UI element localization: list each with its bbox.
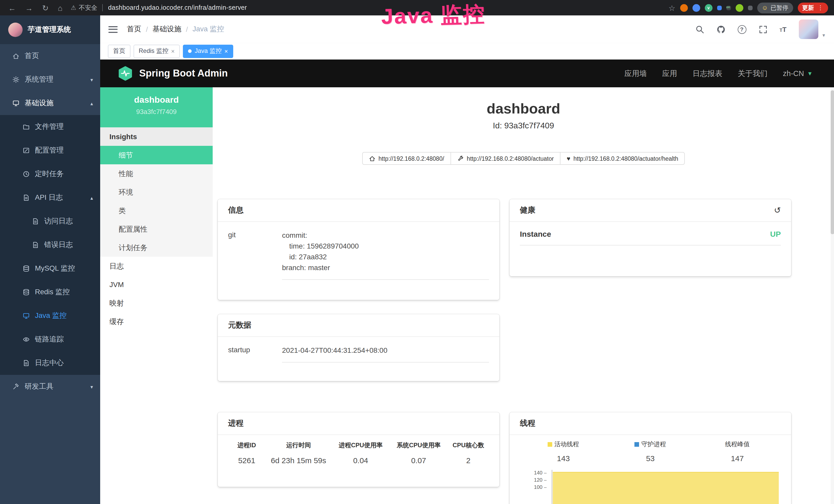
tab-label: Java 监控 (195, 47, 222, 55)
tab-home[interactable]: 首页 (108, 44, 130, 58)
health-instance-label: Instance (520, 230, 551, 238)
instance-id-line: Id: 93a3fc7f7409 (213, 121, 834, 131)
sidebar-item-access-log[interactable]: 访问日志 (0, 209, 100, 233)
search-icon[interactable] (695, 25, 704, 33)
avatar-caret-icon[interactable]: ▾ (822, 32, 825, 39)
metadata-key: startup (228, 345, 282, 363)
forward-icon[interactable]: → (25, 4, 33, 12)
sba-item-mappings[interactable]: 映射 (100, 294, 213, 312)
help-icon[interactable]: ? (738, 25, 746, 33)
close-icon[interactable]: × (224, 47, 228, 55)
fullscreen-icon[interactable] (759, 25, 767, 33)
breadcrumb-infra[interactable]: 基础设施 (153, 25, 181, 34)
history-icon[interactable]: ↺ (774, 205, 781, 215)
vue-devtools-icon[interactable]: v (705, 4, 712, 12)
sba-brand[interactable]: Spring Boot Admin (100, 66, 228, 81)
update-button[interactable]: 更新 ⋮ (797, 2, 828, 13)
health-card-header: 健康 ↺ (510, 199, 791, 222)
info-card-body: git commit: time: 1596289704000 id: 27aa… (218, 222, 499, 288)
sidebar-item-files[interactable]: 文件管理 (0, 115, 100, 139)
annotation-text: Java 监控 (381, 0, 486, 31)
extension-icon[interactable] (717, 5, 722, 10)
link-url: http://192.168.0.2:48080/ (379, 155, 444, 161)
legend-label: 活动线程 (554, 440, 579, 449)
screen: ← → ↻ ⌂ ⚠ 不安全 dashboard.yudao.iocoder.cn… (0, 0, 834, 504)
sidebar-item-infra[interactable]: 基础设施 ▴ (0, 91, 100, 115)
sba-item-loggers[interactable]: 日志 (100, 257, 213, 275)
service-url-link[interactable]: http://192.168.0.2:48080/ (362, 152, 451, 165)
sba-nav-wallboard[interactable]: 应用墙 (624, 69, 647, 78)
sba-item-metrics[interactable]: 性能 (100, 164, 213, 183)
sidebar-item-scheduled-jobs[interactable]: 定时任务 (0, 162, 100, 186)
scrollbar-thumb[interactable] (831, 90, 834, 234)
sidebar-item-config[interactable]: 配置管理 (0, 139, 100, 162)
security-label: 不安全 (79, 3, 97, 12)
sidebar-item-api-log[interactable]: API 日志 ▴ (0, 186, 100, 209)
sba-item-details[interactable]: 细节 (100, 146, 213, 164)
extension-on-icon[interactable]: on (726, 5, 731, 10)
sidebar-item-redis-monitor[interactable]: Redis 监控 (0, 280, 100, 304)
browser-menu-icon[interactable]: ⋮ (817, 4, 824, 11)
sba-item-config-props[interactable]: 配置属性 (100, 220, 213, 238)
sidebar-item-mysql-monitor[interactable]: MySQL 监控 (0, 257, 100, 280)
close-icon[interactable]: × (171, 47, 175, 55)
sba-item-caches[interactable]: 缓存 (100, 312, 213, 331)
url-text[interactable]: dashboard.yudao.iocoder.cn/infra/admin-s… (108, 4, 247, 11)
process-col: 进程CPU使用率 0.04 (332, 441, 390, 465)
extension-icon[interactable] (736, 4, 743, 12)
process-col: 系统CPU使用率 0.07 (390, 441, 448, 465)
col-header: 系统CPU使用率 (390, 441, 448, 450)
bookmark-star-icon[interactable]: ☆ (668, 4, 676, 12)
profile-emoji-icon: ☺ (762, 4, 768, 11)
app-logo[interactable]: 芋道管理系统 (0, 16, 100, 44)
tab-java-monitor[interactable]: Java 监控 × (183, 44, 233, 58)
sidebar-item-java-monitor[interactable]: Java 监控 (0, 304, 100, 328)
sidebar-item-label: Java 监控 (35, 311, 67, 320)
tags-view-bar: 首页 Redis 监控 × Java 监控 × (100, 43, 834, 60)
puzzle-icon[interactable] (748, 5, 752, 10)
sba-item-environment[interactable]: 环境 (100, 183, 213, 201)
breadcrumb-separator: / (146, 25, 148, 33)
instance-links: http://192.168.0.2:48080/ http://192.168… (213, 152, 834, 165)
github-icon[interactable] (716, 25, 725, 33)
col-header: CPU核心数 (448, 441, 489, 450)
sba-item-jvm[interactable]: JVM (100, 275, 213, 294)
legend-value: 143 (520, 454, 607, 463)
browser-toolbar-right: ☆ v on ☺ 已暂停 更新 ⋮ (668, 2, 834, 13)
browser-home-icon[interactable]: ⌂ (58, 4, 62, 12)
sidebar-item-tracing[interactable]: 链路追踪 (0, 328, 100, 351)
sba-nav-applications[interactable]: 应用 (662, 69, 677, 78)
scrollbar-track[interactable] (831, 87, 834, 504)
actuator-url-link[interactable]: http://192.168.0.2:48080/actuator (450, 152, 561, 165)
user-avatar[interactable] (799, 20, 818, 39)
tab-redis-monitor[interactable]: Redis 监控 × (134, 44, 180, 58)
menu-fold-icon[interactable] (108, 24, 118, 35)
health-url-link[interactable]: ♥ http://192.168.0.2:48080/actuator/heal… (560, 152, 685, 165)
extension-icon[interactable] (692, 4, 700, 12)
sidebar-item-system[interactable]: 系统管理 ▾ (0, 68, 100, 91)
process-card: 进程 进程ID 5261 运行时间 6d 23h 15m 59s 进程C (218, 412, 499, 487)
extension-icon[interactable] (680, 4, 687, 12)
reload-icon[interactable]: ↻ (42, 4, 48, 12)
instance-header[interactable]: dashboard 93a3fc7f7409 (100, 87, 213, 127)
threads-legend: 活动线程 143 守护进程 53 (520, 440, 781, 463)
sidebar-item-home[interactable]: 首页 (0, 44, 100, 68)
sba-locale-select[interactable]: zh-CN ▼ (783, 69, 813, 77)
sba-nav-journal[interactable]: 日志报表 (693, 69, 722, 78)
health-row[interactable]: Instance UP (520, 222, 781, 246)
sba-item-beans[interactable]: 类 (100, 201, 213, 220)
sidebar-item-label: 链路追踪 (35, 335, 64, 344)
status-badge: UP (770, 230, 781, 238)
sidebar-item-label: 定时任务 (35, 169, 64, 179)
sidebar-item-log-center[interactable]: 日志中心 (0, 351, 100, 375)
sba-nav-about[interactable]: 关于我们 (738, 69, 767, 78)
back-icon[interactable]: ← (8, 4, 16, 12)
sidebar-item-error-log[interactable]: 错误日志 (0, 233, 100, 257)
font-size-icon[interactable]: TT (780, 25, 787, 33)
profile-paused-badge[interactable]: ☺ 已暂停 (757, 2, 793, 13)
sidebar-item-dev-tools[interactable]: 研发工具 ▾ (0, 375, 100, 398)
y-axis-tick: 100 (520, 484, 547, 490)
sba-item-scheduled-tasks[interactable]: 计划任务 (100, 238, 213, 257)
breadcrumb-home[interactable]: 首页 (127, 25, 141, 34)
address-bar[interactable]: ⚠ 不安全 dashboard.yudao.iocoder.cn/infra/a… (71, 3, 668, 12)
